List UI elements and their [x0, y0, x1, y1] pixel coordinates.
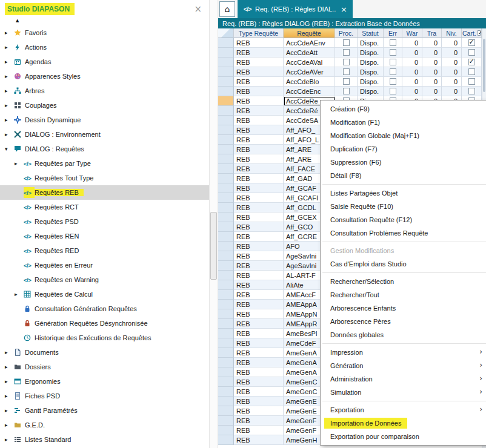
cell-err[interactable] — [384, 77, 402, 87]
cell-type-requete[interactable]: REB — [234, 348, 284, 358]
menu-item-cas-d-emploi-dans-studio[interactable]: Cas d'Emploi dans Studio — [321, 257, 486, 271]
cell-type-requete[interactable]: REB — [234, 222, 284, 232]
cell-statut[interactable]: Dispo. — [358, 67, 384, 77]
cell-err[interactable] — [384, 87, 402, 96]
chevron-collapsed-icon[interactable]: ▸ — [5, 131, 14, 137]
cell-type-requete[interactable]: REB — [234, 183, 284, 193]
proc-checkbox[interactable] — [343, 68, 350, 75]
row-selector[interactable] — [218, 358, 234, 367]
chevron-collapsed-icon[interactable]: ▸ — [5, 407, 14, 413]
row-selector[interactable] — [218, 222, 234, 232]
menu-item-detail-f8[interactable]: Détail (F8) — [321, 169, 486, 182]
menu-item-donnees-globales[interactable]: Données globales — [321, 328, 486, 341]
cell-type-requete[interactable]: REB — [234, 338, 284, 348]
sidebar-item-requetes-en-erreur[interactable]: </>Requêtes en Erreur — [0, 258, 209, 272]
cell-proc[interactable] — [335, 48, 358, 58]
cell-proc[interactable] — [335, 67, 358, 77]
cell-type-requete[interactable]: REB — [234, 232, 284, 242]
row-selector[interactable] — [218, 406, 234, 416]
cell-type-requete[interactable]: REB — [234, 106, 284, 116]
menu-item-saisie-requete-f10[interactable]: Saisie Requête (F10) — [321, 200, 486, 213]
err-checkbox[interactable] — [390, 78, 396, 85]
sidebar-item-requetes-red[interactable]: </>Requêtes RED — [0, 243, 209, 258]
menu-item-impression[interactable]: Impression› — [321, 346, 486, 359]
menu-item-consultation-requete-f12[interactable]: Consultation Requête (F12) — [321, 213, 486, 226]
cell-statut[interactable]: Dispo. — [358, 38, 384, 48]
cell-war[interactable]: 0 — [402, 77, 422, 87]
err-checkbox[interactable] — [390, 68, 396, 75]
cell-type-requete[interactable]: REB — [234, 125, 284, 135]
chevron-collapsed-icon[interactable]: ▸ — [5, 378, 14, 384]
cell-niv[interactable]: 0 — [442, 38, 462, 48]
err-checkbox[interactable] — [390, 49, 396, 56]
sidebar-item-historique-des-executions-de-requetes[interactable]: Historique des Exécutions de Requêtes — [0, 331, 209, 345]
sidebar-item-dessin-dynamique[interactable]: ▸Dessin Dynamique — [0, 113, 209, 127]
cell-type-requete[interactable]: REB — [234, 242, 284, 251]
menu-item-exportation-pour-comparaison[interactable]: Exportation pour comparaison — [321, 430, 486, 443]
row-selector[interactable] — [218, 193, 234, 203]
proc-checkbox[interactable] — [343, 39, 350, 46]
sidebar-scrollbar[interactable] — [209, 0, 218, 448]
cell-err[interactable] — [384, 48, 402, 58]
sidebar-item-dossiers[interactable]: ▸Dossiers — [0, 360, 209, 374]
cell-type-requete[interactable]: REB — [234, 416, 284, 426]
cart-checkbox[interactable] — [468, 59, 475, 65]
cell-type-requete[interactable]: REB — [234, 435, 284, 445]
row-selector[interactable] — [218, 145, 234, 154]
cell-war[interactable]: 0 — [402, 58, 422, 67]
chevron-collapsed-icon[interactable]: ▸ — [5, 349, 14, 355]
row-selector[interactable] — [218, 183, 234, 193]
proc-checkbox[interactable] — [343, 88, 350, 94]
menu-item-creation-f9[interactable]: Création (F9) — [321, 102, 486, 116]
menu-item-exportation[interactable]: Exportation› — [321, 403, 486, 417]
column-header-proc[interactable]: Proc. — [335, 28, 358, 38]
cart-checkbox[interactable] — [468, 39, 475, 46]
cell-tra[interactable]: 0 — [422, 77, 442, 87]
sidebar-item-requetes-rct[interactable]: </>Requêtes RCT — [0, 200, 209, 214]
row-selector[interactable] — [218, 416, 234, 426]
sidebar-item-listes-standard[interactable]: ▸Listes Standard — [0, 432, 209, 447]
cell-type-requete[interactable]: REB — [234, 48, 284, 58]
menu-item-arborescence-enfants[interactable]: Arborescence Enfants — [321, 301, 486, 315]
column-header-cart[interactable]: Cart. — [462, 28, 482, 38]
sidebar-item-favoris[interactable]: ▸Favoris — [0, 25, 209, 40]
sidebar-item-dialog-environnement[interactable]: ▸DIALOG : Environnement — [0, 127, 209, 142]
grid-corner-cell[interactable] — [218, 28, 234, 38]
menu-item-rechercher-selection[interactable]: Rechercher/Sélection — [321, 275, 486, 288]
cell-type-requete[interactable]: REB — [234, 96, 284, 106]
cell-tra[interactable]: 0 — [422, 67, 442, 77]
row-selector[interactable] — [218, 67, 234, 77]
menu-item-suppression-f6[interactable]: Suppression (F6) — [321, 156, 486, 169]
column-header-err[interactable]: Err — [384, 28, 402, 38]
chevron-collapsed-icon[interactable]: ▸ — [5, 117, 14, 123]
proc-checkbox[interactable] — [343, 59, 350, 65]
cell-requete[interactable]: AccCdeAVer — [284, 67, 335, 77]
cell-type-requete[interactable]: REB — [234, 116, 284, 125]
chevron-collapsed-icon[interactable]: ▸ — [15, 160, 24, 166]
menu-item-listes-partagees-objet[interactable]: Listes Partagées Objet — [321, 186, 486, 200]
chevron-expanded-icon[interactable]: ▾ — [5, 146, 14, 152]
cell-type-requete[interactable]: REB — [234, 319, 284, 329]
row-selector[interactable] — [218, 125, 234, 135]
cell-type-requete[interactable]: REB — [234, 358, 284, 367]
cell-type-requete[interactable]: REB — [234, 77, 284, 87]
tab-req-reb[interactable]: </> Req. (REB) : Règles DIAL... × — [238, 0, 353, 18]
cell-type-requete[interactable]: REB — [234, 367, 284, 377]
row-selector[interactable] — [218, 48, 234, 58]
sidebar-item-gantt-parametres[interactable]: ▸Gantt Paramétrés — [0, 403, 209, 418]
cell-war[interactable]: 0 — [402, 38, 422, 48]
chevron-collapsed-icon[interactable]: ▸ — [5, 73, 14, 79]
row-selector[interactable] — [218, 319, 234, 329]
cell-type-requete[interactable]: REB — [234, 309, 284, 319]
cell-cart[interactable] — [462, 67, 482, 77]
chevron-collapsed-icon[interactable]: ▸ — [15, 291, 24, 297]
cell-type-requete[interactable]: REB — [234, 387, 284, 397]
tree-scroll-up-icon[interactable]: ▲ — [0, 18, 209, 25]
err-checkbox[interactable] — [390, 39, 396, 46]
sidebar-item-requetes-de-calcul[interactable]: ▸Requêtes de Calcul — [0, 287, 209, 301]
menu-item-generation[interactable]: Génération› — [321, 359, 486, 372]
cell-tra[interactable]: 0 — [422, 58, 442, 67]
sidebar-item-agendas[interactable]: ▸Agendas — [0, 54, 209, 69]
cell-type-requete[interactable]: REB — [234, 329, 284, 338]
cell-proc[interactable] — [335, 38, 358, 48]
